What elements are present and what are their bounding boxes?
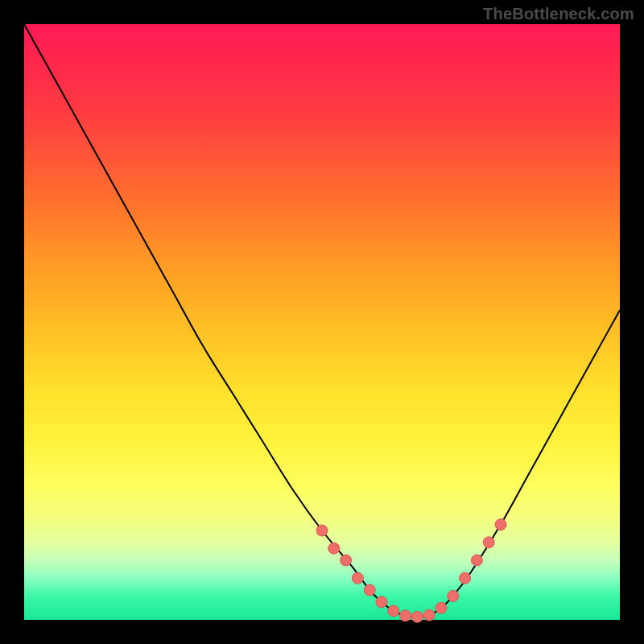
data-marker	[328, 543, 340, 554]
chart-svg	[24, 24, 620, 620]
data-marker	[423, 609, 435, 621]
data-marker	[388, 605, 399, 617]
data-marker	[436, 602, 447, 613]
watermark-text: TheBottleneck.com	[483, 5, 634, 23]
data-marker	[448, 590, 459, 601]
plot-area	[24, 24, 620, 620]
data-marker	[495, 519, 506, 530]
data-marker	[376, 597, 387, 608]
data-marker	[316, 525, 328, 536]
data-marker	[364, 584, 375, 596]
chart-stage: TheBottleneck.com	[0, 0, 644, 644]
data-marker	[352, 572, 363, 584]
data-marker	[483, 537, 494, 548]
data-marker	[400, 610, 411, 621]
data-marker	[460, 572, 471, 584]
data-marker	[471, 555, 482, 566]
data-marker	[411, 611, 423, 622]
data-marker	[341, 555, 352, 566]
